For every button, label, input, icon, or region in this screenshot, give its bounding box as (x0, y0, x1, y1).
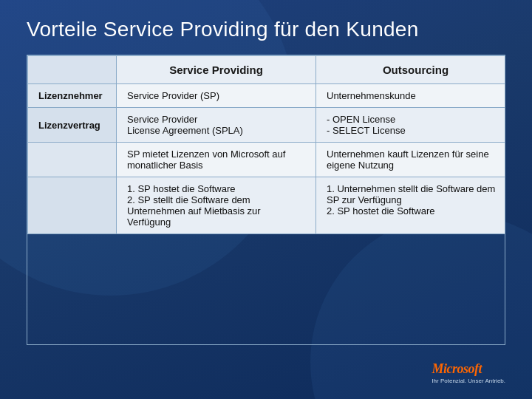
row-sp-cell: 1. SP hostet die Software2. SP stellt di… (117, 177, 316, 234)
page-container: Vorteile Service Providing für den Kunde… (0, 0, 532, 399)
microsoft-logo-text: Microsoft (432, 361, 482, 377)
microsoft-logo: Microsoft (432, 361, 505, 377)
row-sp-cell: SP mietet Lizenzen von Microsoft auf mon… (117, 143, 316, 177)
header-outsourcing: Outsourcing (316, 56, 506, 84)
microsoft-tagline: Ihr Potenzial. Unser Antrieb. (432, 378, 505, 384)
row-out-cell: Unternehmen kauft Lizenzen für seine eig… (316, 143, 506, 177)
row-sp-cell: Service Provider (SP) (117, 84, 316, 108)
row-out-cell: - OPEN License- SELECT License (316, 108, 506, 143)
row-label (28, 177, 117, 234)
table-row: 1. SP hostet die Software2. SP stellt di… (28, 177, 506, 234)
row-label: Lizenzvertrag (28, 108, 117, 143)
row-sp-cell: Service ProviderLicense Agreement (SPLA) (117, 108, 316, 143)
header-service-providing: Service Providing (117, 56, 316, 84)
header-empty (28, 56, 117, 84)
footer: Microsoft Ihr Potenzial. Unser Antrieb. (27, 361, 505, 384)
table-row: LizenzvertragService ProviderLicense Agr… (28, 108, 506, 143)
comparison-table: Service Providing Outsourcing Lizenznehm… (27, 55, 505, 234)
table-row: SP mietet Lizenzen von Microsoft auf mon… (28, 143, 506, 177)
row-label (28, 143, 117, 177)
table-header-row: Service Providing Outsourcing (28, 56, 506, 84)
table-row: LizenznehmerService Provider (SP)Unterne… (28, 84, 506, 108)
main-table-wrapper: Service Providing Outsourcing Lizenznehm… (27, 55, 505, 345)
row-label: Lizenznehmer (28, 84, 117, 108)
page-title: Vorteile Service Providing für den Kunde… (27, 18, 505, 41)
microsoft-logo-block: Microsoft Ihr Potenzial. Unser Antrieb. (432, 361, 505, 384)
row-out-cell: 1. Unternehmen stellt die Software dem S… (316, 177, 506, 234)
row-out-cell: Unternehmenskunde (316, 84, 506, 108)
